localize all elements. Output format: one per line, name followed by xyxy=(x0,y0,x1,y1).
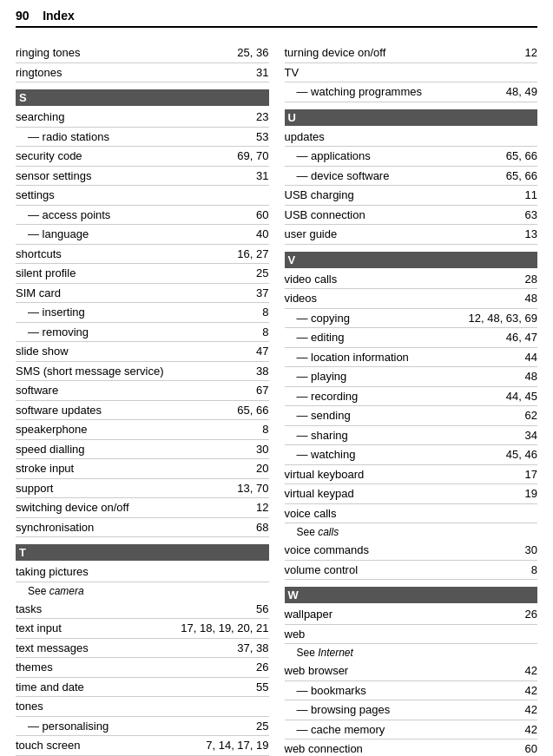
list-item: speed dialling 30 xyxy=(16,440,269,460)
list-item: voice commands 30 xyxy=(285,541,538,561)
right-column: turning device on/off 12 TV — watching p… xyxy=(285,36,538,756)
list-item: text input 17, 18, 19, 20, 21 xyxy=(16,619,269,639)
list-item: — copying 12, 48, 63, 69 xyxy=(285,309,538,329)
list-item: tones xyxy=(16,697,269,717)
device-software-entry: — device software 65, 66 xyxy=(285,167,538,187)
list-item: turning device on/off 12 xyxy=(285,43,538,63)
section-header-w: W xyxy=(285,587,538,603)
list-item: wallpaper 26 xyxy=(285,605,538,625)
list-item: TV xyxy=(285,63,538,83)
list-item: slide show 47 xyxy=(16,342,269,362)
page-header: 90 Index xyxy=(16,9,537,28)
list-item: themes 26 xyxy=(16,658,269,678)
list-item: — recording 44, 45 xyxy=(285,387,538,407)
index-columns: ringing tones 25, 36 ringtones 31 S sear… xyxy=(16,36,537,756)
list-item: — language 40 xyxy=(16,225,269,245)
see-entry: See camera xyxy=(16,582,269,600)
section-header-v: V xyxy=(285,252,538,268)
section-header-s: S xyxy=(16,89,269,106)
list-item: software 67 xyxy=(16,381,269,401)
list-item: text messages 37, 38 xyxy=(16,639,269,659)
list-item: virtual keypad 19 xyxy=(285,484,538,504)
list-item: time and date 55 xyxy=(16,678,269,698)
list-item: — sending 62 xyxy=(285,406,538,426)
list-item: — watching 45, 46 xyxy=(285,445,538,465)
list-item: — watching programmes 48, 49 xyxy=(285,82,538,102)
list-item: — access points 60 xyxy=(16,206,269,226)
list-item: sensor settings 31 xyxy=(16,167,269,187)
list-item: touch screen 7, 14, 17, 19 xyxy=(16,736,269,756)
list-item: videos 48 xyxy=(285,289,538,309)
list-item: user guide 13 xyxy=(285,225,538,245)
list-item: — playing 48 xyxy=(285,367,538,387)
section-header-t: T xyxy=(16,544,269,561)
list-item: USB connection 63 xyxy=(285,206,538,226)
list-item: voice calls xyxy=(285,504,538,524)
list-item: — radio stations 53 xyxy=(16,128,269,148)
list-item: ringtones 31 xyxy=(16,63,269,83)
software-updates-entry: software updates 65, 66 xyxy=(16,401,269,421)
list-item: tasks 56 xyxy=(16,600,269,620)
list-item: silent profile 25 xyxy=(16,264,269,284)
list-item: — personalising 25 xyxy=(16,717,269,737)
list-item: taking pictures xyxy=(16,562,269,582)
list-item: synchronisation 68 xyxy=(16,518,269,538)
list-item: — removing 8 xyxy=(16,323,269,343)
section-header-u: U xyxy=(285,109,538,126)
list-item: — editing 46, 47 xyxy=(285,328,538,348)
list-item: speakerphone 8 xyxy=(16,420,269,440)
page-container: 90 Index ringing tones 25, 36 ringtones … xyxy=(0,0,553,756)
list-item: searching 23 xyxy=(16,108,269,128)
list-item: USB charging 11 xyxy=(285,186,538,206)
see-entry: See Internet xyxy=(285,644,538,661)
list-item: support 13, 70 xyxy=(16,479,269,499)
see-entry: See calls xyxy=(285,523,538,541)
list-item: — bookmarks 42 xyxy=(285,681,538,701)
list-item: — cache memory 42 xyxy=(285,720,538,740)
list-item: — sharing 34 xyxy=(285,426,538,446)
left-column: ringing tones 25, 36 ringtones 31 S sear… xyxy=(16,36,269,756)
list-item: virtual keyboard 17 xyxy=(285,465,538,485)
list-item: switching device on/off 12 xyxy=(16,498,269,518)
list-item: shortcuts 16, 27 xyxy=(16,245,269,265)
list-item: security code 69, 70 xyxy=(16,147,269,167)
list-item: — browsing pages 42 xyxy=(285,700,538,720)
list-item: updates xyxy=(285,128,538,148)
list-item: — applications 65, 66 xyxy=(285,147,538,167)
list-item: stroke input 20 xyxy=(16,459,269,479)
list-item: — inserting 8 xyxy=(16,303,269,323)
page-number: 90 xyxy=(16,9,30,23)
list-item: — location information 44 xyxy=(285,348,538,368)
list-item: web browser 42 xyxy=(285,661,538,681)
list-item: ringing tones 25, 36 xyxy=(16,43,269,63)
list-item: volume control 8 xyxy=(285,561,538,581)
list-item: settings xyxy=(16,186,269,206)
list-item: web xyxy=(285,625,538,645)
page-title: Index xyxy=(43,9,75,23)
list-item: video calls 28 xyxy=(285,270,538,290)
list-item: web connection 60 xyxy=(285,740,538,756)
list-item: SMS (short message service) 38 xyxy=(16,362,269,382)
list-item: SIM card 37 xyxy=(16,284,269,304)
